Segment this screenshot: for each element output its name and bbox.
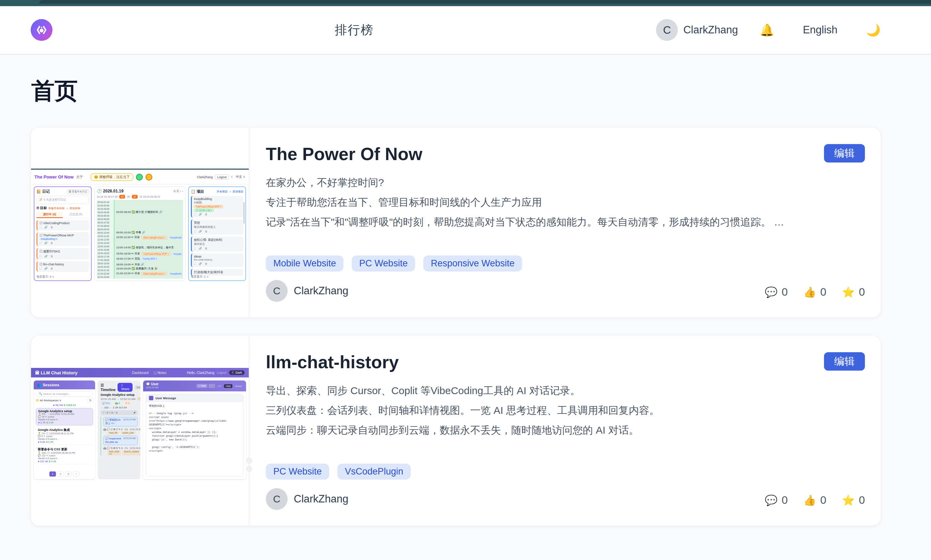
tag[interactable]: Mobile Website [266, 255, 344, 271]
project-item: Ideas llm-chat-history ⛶ 🔗 🗑 [191, 254, 243, 267]
edit-button[interactable]: 编辑 [824, 144, 865, 163]
browser-chrome-strip [0, 0, 931, 6]
tag-row: Mobile Website PC Website Responsive Web… [266, 255, 522, 271]
thumb-orange-dot [145, 174, 152, 180]
sessions-cost-stat: $ 1068.63 [64, 404, 76, 407]
timeline-counter: 5/9 [135, 385, 140, 390]
thumb-logout-button: Logout [215, 174, 229, 180]
projects-add-link: ＋ 添加项目 [229, 190, 243, 194]
like-count[interactable]: 👍 0 [803, 286, 826, 298]
thumb-app-header: The Power Of Now 关于 😊 调整呼吸，活在当下 ClarkZha… [31, 170, 249, 185]
project-description: 导出、探索、同步 Cursor、Coplit 等VibeCoding工具的 AI… [266, 381, 864, 440]
project-card-the-power-of-now: The Power Of Now 关于 😊 调整呼吸，活在当下 ClarkZha… [31, 128, 880, 317]
project-card-llm-chat-history: 🏛 LLM Chat History Dashboard ▢ Notes Hel… [31, 336, 880, 526]
thumb-about-link: 关于 [76, 175, 83, 180]
project-title[interactable]: The Power Of Now [266, 144, 864, 164]
app-logo[interactable] [31, 19, 52, 41]
code-robot-icon [35, 23, 48, 37]
favorite-count[interactable]: ⭐ 0 [842, 494, 865, 506]
schedule-event: 19:00-20:00 ✅ 股票飙升! 大涨 🎉 [116, 267, 182, 271]
tag[interactable]: Responsive Website [423, 255, 522, 271]
schedule-date: 🕐 2026.01.19 [97, 189, 123, 194]
timeline-token-stats: → 163 ← 2.3K $ 0.04 [100, 406, 138, 409]
author-row: C ClarkZhang [266, 280, 348, 302]
timeline-session-name: Google Analytics setup [100, 393, 138, 397]
dark-mode-toggle-moon-icon[interactable]: 🌙 [866, 23, 880, 37]
diary-per-page: 每页显示: 4 ∨ [37, 275, 54, 279]
user-name[interactable]: ClarkZhang [683, 24, 738, 36]
thumb-nav-notes: ▢ Notes [153, 371, 166, 375]
thumbs-up-icon: 👍 [803, 286, 816, 298]
sessions-search-input: 🔍 Search all messages... [36, 391, 93, 397]
comment-count[interactable]: 💬 0 [765, 286, 788, 298]
divider-handle-dot [247, 458, 252, 464]
schedule-today-nav: 今天 ‹ › [173, 189, 183, 194]
thumb-user: ClarkZhang [197, 175, 213, 179]
diary-view-all-button: ☰ 查看所有日记 [67, 189, 89, 194]
timeline-bot-entry: 🤖 💬 2 ⚙ 2 ✎ 2 13s 10:51:20 AM read_file … [103, 428, 138, 434]
tag[interactable]: PC Website [352, 255, 415, 271]
thumb-diary-panel: 📔 日记 ☰ 查看所有日记 📝 今天还没有写日记 ⏱ 目标 查看所有目标 ＋ 添… [34, 186, 92, 281]
notifications-bell-icon[interactable]: 🔔 [760, 23, 774, 37]
session-item-selected: Google Analytics setup ⏳ 5% 🕐 1/21/2026 … [36, 408, 93, 425]
detail-time: 10:51:20 AM [146, 386, 159, 389]
schedule-events-area: 03:00-06:00 ✅ 睡大觉 大懒觉时间 🔗 09:00-10:00 ✅ … [114, 200, 183, 278]
user-message-title: User Message [156, 397, 176, 400]
project-description: 在家办公，不好掌控时间? 专注于帮助您活在当下、管理目标和时间线的个人生产力应用… [266, 173, 864, 232]
page-title: 排行榜 [52, 22, 656, 38]
comment-icon: 💬 [765, 286, 777, 298]
author-name: ClarkZhang [294, 493, 348, 505]
thumb-lang-select: 中文 ∨ [236, 175, 245, 179]
project-title[interactable]: llm-chat-history [266, 352, 864, 372]
thumb-header-right: ClarkZhang Logout ☾ 中文 ∨ [197, 174, 245, 180]
thumb-detail-panel: 💬 User 10:51:20 AM ▢ Note 🤖 </> Click Ho… [143, 380, 246, 479]
timeline-git-bar: ⑂ ◦ 0 + 0 − 0 ⬈ [100, 410, 138, 415]
project-item: 冥想 每日禅修冥想接入 ⛶ 🔗 🗑 [191, 219, 243, 235]
comment-count[interactable]: 💬 0 [765, 494, 788, 506]
detail-title: 💬 User [146, 383, 159, 386]
tag[interactable]: VsCodePlugin [338, 464, 411, 480]
thumb-moon-icon: ☾ [231, 175, 234, 179]
thumb-nav-dashboard: Dashboard [132, 371, 149, 375]
divider-handle-dot [247, 466, 252, 472]
timeline-share-button: ⤴ Share [117, 383, 133, 392]
schedule-day-highlight: 21 [132, 195, 137, 198]
timeline-title: ☰ Timeline [100, 383, 116, 392]
favorite-count[interactable]: ⭐ 0 [842, 286, 865, 298]
sessions-workspace-select: 📁 All Workspaces ∨ [36, 399, 61, 402]
thumb-columns: 👥 Sessions 🔍 Search all messages... 📁 Al… [34, 380, 246, 479]
user-avatar[interactable]: C [656, 19, 678, 41]
tag[interactable]: PC Website [266, 464, 329, 480]
schedule-event: 21:00-22:00 ✏ 开发 VibeCodingProduct × Kee… [116, 271, 182, 275]
project-thumbnail[interactable]: The Power Of Now 关于 😊 调整呼吸，活在当下 ClarkZha… [31, 128, 250, 317]
diary-empty-input: 📝 今天还没有写日记 [37, 196, 89, 204]
goals-tab-done: 已完成 (0) [63, 212, 89, 218]
schedule-event: 15:00-16:00 ✏ 开发 ThePowerOfNow MVP × Kee… [116, 252, 182, 255]
project-thumbnail[interactable]: 🏛 LLM Chat History Dashboard ▢ Notes Hel… [31, 336, 250, 526]
timeline-user-entry: 10:51:20 AM 💬 帮我把GA加上 <!-- Google tag (g… [103, 417, 138, 426]
goal-item: ☐ ThePowerOfNow MVP KeepBuilding × ⛶ 🔗 🗑 [37, 232, 89, 246]
schedule-event: 10:00-11:00 ✏ 开发 VibeCodingProduct × Kee… [116, 235, 182, 239]
thumb-logout: Logout [217, 371, 227, 374]
goal-item: ☐ 减重到75KG ⛶ 🔗 🗑 [37, 248, 89, 260]
thumb-scrollbar [243, 202, 245, 224]
session-item: 部署命令与 CSS 更新 ⏳ 16m 🕐 1/20/2026 05:38:15 … [36, 446, 93, 464]
author-avatar[interactable]: C [266, 280, 288, 302]
schedule-event: 13:00-14:00 ✅ 做饭吃，维持生命体征，看外卖 [116, 246, 182, 249]
timeline-bot-entry: 🤖 💬 5 ⚙ 5 ✎ 3 17s 10:51:04 AM todo_write… [103, 446, 138, 455]
thumb-brand: 🏛 LLM Chat History [35, 370, 77, 375]
language-switcher[interactable]: English [803, 24, 838, 36]
schedule-event: 03:00-06:00 ✅ 睡大觉 大懒觉时间 🔗 [116, 210, 182, 214]
sessions-pagination: 1 2 3 › [36, 471, 93, 478]
author-avatar[interactable]: C [266, 488, 288, 510]
like-count[interactable]: 👍 0 [803, 494, 826, 506]
schedule-event: 09:00-10:00 ✅ 早餐 🔗 [116, 231, 182, 234]
schedule-days-row: 13 14 15 16 17 18 19 20 21 22 23 24 25 2… [97, 195, 183, 198]
timeline-user-entry: 10:51:04 AM 💬 Implement the plan as spec… [103, 436, 138, 445]
goals-view-all-link: 查看所有目标 [48, 206, 65, 210]
edit-button[interactable]: 编辑 [824, 352, 865, 371]
schedule-time-column: 00:00-01:00 01:00-02:00 02:00-03:00 03:0… [97, 200, 114, 278]
detail-bot-button: 🤖 [208, 384, 215, 388]
timeline-range: 10:51:20 AM → 10:52:12 AM [100, 397, 135, 401]
thumb-projects-panel: 📋 项目 所有项目 ＋ 添加项目 KeepBuilding AI赋能 ThePo… [188, 186, 246, 281]
